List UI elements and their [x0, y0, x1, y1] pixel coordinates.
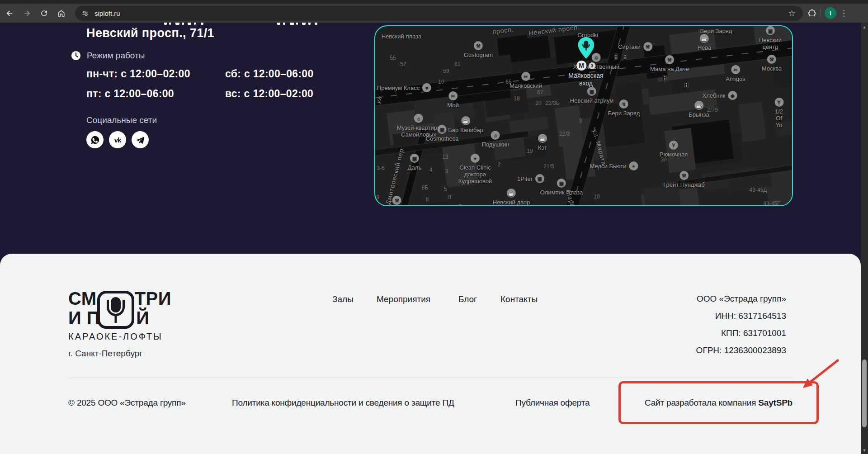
- traffic-light-icon: [663, 75, 667, 81]
- venue-address: Невский просп., 71/1: [86, 26, 214, 40]
- house-number: 10: [594, 194, 599, 200]
- fork-poi-icon: ⚒: [643, 42, 652, 51]
- back-button[interactable]: [2, 5, 17, 21]
- fork-poi-icon: ⚒: [392, 196, 401, 205]
- company-ogrn: ОГРН: 1236300023893: [696, 345, 786, 355]
- bag-poi-icon: ▣: [557, 179, 566, 188]
- house-number: 3: [445, 168, 448, 175]
- poi-label: ☕Невский двор: [493, 189, 530, 206]
- house-number: 7Г: [447, 194, 453, 201]
- poi-label: ⚒Мама на Даче: [650, 55, 689, 72]
- telegram-button[interactable]: [132, 131, 149, 148]
- poi-label: ✂Мой: [447, 91, 458, 109]
- site-settings-icon[interactable]: [81, 9, 89, 17]
- logo-text: СМ: [68, 288, 97, 308]
- company-kpp: КПП: 631701001: [721, 328, 786, 338]
- bag-poi-icon: ▣: [410, 154, 419, 163]
- house-number: 61: [454, 61, 460, 68]
- house-number: 4: [429, 167, 433, 174]
- poi-label: Невский плаза: [382, 33, 422, 40]
- bookmark-star-icon[interactable]: ☆: [788, 8, 796, 19]
- house-number: 57: [400, 61, 406, 68]
- nav-link-events[interactable]: Мероприятия: [377, 294, 430, 304]
- tab-strip: [0, 0, 868, 4]
- forward-button[interactable]: [19, 5, 34, 21]
- house-number: 43-45Д: [750, 187, 767, 194]
- poi-label: ☕Брынза: [689, 101, 709, 118]
- scrollbar-up-icon[interactable]: ▲: [862, 25, 867, 29]
- privacy-policy-link[interactable]: Политика конфиденциальности и сведения о…: [232, 398, 454, 408]
- nav-link-halls[interactable]: Залы: [332, 294, 354, 304]
- social-title: Социальные сети: [86, 115, 157, 125]
- flower-poi-icon: ♥: [422, 83, 431, 92]
- house-number: 6Б: [422, 184, 429, 191]
- city-label: г. Санкт-Петербург: [68, 349, 142, 359]
- poi-label: ✂Маяковский: [509, 72, 542, 89]
- house-number: 55: [390, 55, 396, 61]
- profile-avatar[interactable]: i: [825, 7, 836, 19]
- poi-label: ☕Кэт: [538, 134, 547, 151]
- clock-icon: [71, 51, 81, 61]
- page-scrollbar[interactable]: ▲ ▼: [861, 23, 868, 454]
- poi-label: ▣Олимпик Плаза: [540, 179, 583, 196]
- poi-label: Медси Бьюти+: [590, 161, 638, 170]
- logo[interactable]: СМТРИ И ПЙ КАРАОКЕ-ЛОФТЫ: [68, 289, 186, 342]
- whatsapp-button[interactable]: [86, 131, 104, 148]
- poi-label: Вери Заряд: [700, 28, 732, 34]
- scrollbar-thumb[interactable]: [862, 359, 867, 427]
- wine-poi-icon: Y: [669, 141, 678, 150]
- poi-label: ⚒Gustogram: [464, 41, 493, 58]
- museum-poi-icon: ⌂: [414, 114, 423, 123]
- social-links: vk: [86, 131, 149, 148]
- public-offer-link[interactable]: Публичная оферта: [515, 398, 590, 408]
- metro-entrance-label: вход: [568, 80, 603, 87]
- hours-sun: вс: с 12:00–02:00: [225, 88, 313, 100]
- hours-fri: пт: с 12:00–06:00: [86, 88, 225, 100]
- house-number: 7: [458, 203, 462, 207]
- browser-chrome: siploft.ru ☆ i ⋮: [0, 0, 868, 23]
- address-bar[interactable]: siploft.ru ☆: [75, 6, 803, 21]
- house-number: 8: [426, 196, 429, 203]
- fork-poi-icon: ⚒: [679, 171, 689, 180]
- traffic-light-icon: [684, 82, 689, 88]
- coffee-poi-icon: ☕: [461, 116, 470, 125]
- map[interactable]: Невский плазаGroodkiВери Заряд▣Невский ц…: [374, 25, 793, 206]
- logo-text: Й: [136, 308, 149, 328]
- bed-poi-icon: ⌂: [491, 131, 500, 140]
- scissors-poi-icon: ✂: [521, 72, 530, 81]
- house-number: 9: [377, 194, 380, 201]
- poi-label: YРюмочная: [660, 141, 688, 158]
- poi-label: Хлебник◆: [703, 91, 737, 100]
- poi-label: ☕Нева: [698, 34, 712, 51]
- home-button[interactable]: [53, 5, 69, 21]
- fork-poi-icon: ⚒: [665, 55, 674, 64]
- house-number: 10: [438, 79, 444, 85]
- scissors-poi-icon: ✂: [731, 65, 740, 74]
- copyright-label: © 2025 ООО «Эстрада групп»: [68, 398, 186, 408]
- house-number: 59: [443, 68, 449, 75]
- developer-credit-link[interactable]: Сайт разработала компания SaytSPb: [645, 398, 793, 408]
- hours-mon-thu: пн-чт: с 12:00–02:00: [86, 68, 225, 80]
- bag-poi-icon: ▣: [438, 125, 447, 134]
- coffee-poi-icon: ☕: [538, 134, 547, 143]
- nav-link-blog[interactable]: Блог: [458, 294, 477, 304]
- house-number: 3-5: [377, 165, 384, 172]
- coffee-poi-icon: ☕: [700, 34, 709, 43]
- working-hours: пн-чт: с 12:00–02:00 сб: с 12:00–06:00 п…: [86, 68, 313, 100]
- refresh-button[interactable]: [36, 5, 52, 21]
- scrollbar-down-icon[interactable]: ▼: [862, 449, 867, 452]
- location-pin-icon[interactable]: [578, 37, 594, 59]
- poi-label: ✂Amigos: [726, 65, 745, 82]
- coffee-poi-icon: ☕: [694, 101, 703, 110]
- vk-button[interactable]: vk: [109, 131, 126, 148]
- poi-label: ▣Невский центр: [759, 26, 782, 50]
- poi-label: +Clean Clinic доктора Кудряшовой: [458, 154, 492, 184]
- poi-label: ↯Бери Заряд: [608, 99, 640, 117]
- url-text[interactable]: siploft.ru: [94, 9, 788, 17]
- extensions-icon[interactable]: [807, 9, 817, 18]
- schedule-title: Режим работы: [87, 51, 145, 61]
- wine-poi-icon: Y: [774, 98, 783, 107]
- nav-link-contacts[interactable]: Контакты: [500, 294, 538, 304]
- company-details: ООО «Эстрада групп» ИНН: 6317164513 КПП:…: [696, 294, 786, 355]
- browser-menu-icon[interactable]: ⋮: [840, 9, 848, 18]
